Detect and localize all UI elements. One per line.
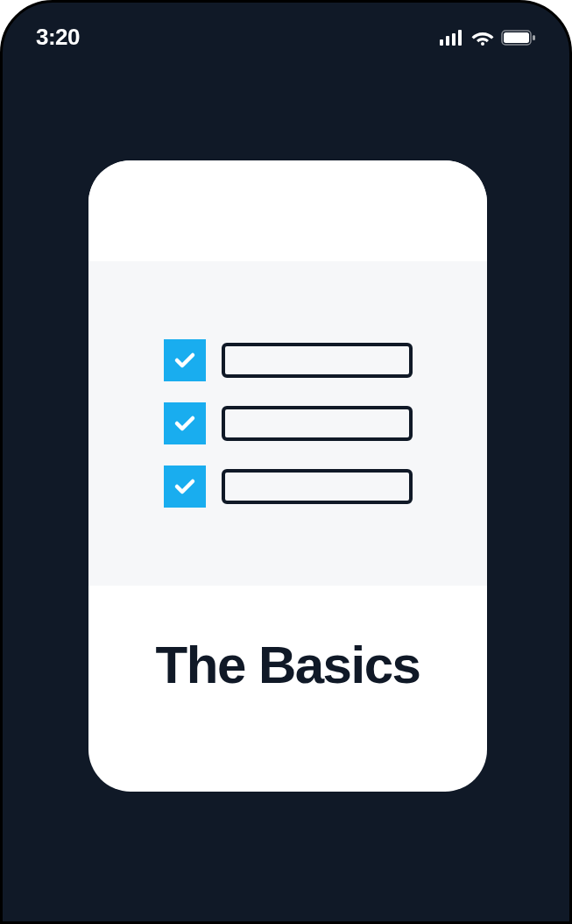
svg-rect-3 — [458, 30, 462, 46]
checklist-illustration — [164, 339, 413, 508]
svg-rect-2 — [452, 33, 455, 46]
signal-icon — [440, 30, 464, 46]
checkbox-checked-icon — [164, 402, 206, 444]
content-card[interactable]: The Basics — [88, 160, 487, 792]
checklist-row — [164, 466, 413, 508]
device-frame: 3:20 — [0, 0, 572, 924]
checklist-line — [222, 343, 413, 378]
status-indicators — [440, 30, 536, 46]
svg-point-4 — [481, 42, 484, 46]
checklist-line — [222, 406, 413, 441]
card-top-spacer — [88, 160, 487, 261]
wifi-icon — [471, 30, 494, 46]
card-title-section: The Basics — [88, 586, 487, 792]
checkbox-checked-icon — [164, 339, 206, 381]
checklist-row — [164, 402, 413, 444]
svg-rect-0 — [440, 39, 443, 46]
checklist-line — [222, 469, 413, 504]
svg-rect-6 — [504, 32, 529, 43]
status-time: 3:20 — [36, 24, 80, 51]
card-illustration — [88, 261, 487, 586]
checklist-row — [164, 339, 413, 381]
svg-rect-7 — [533, 35, 535, 40]
svg-rect-1 — [446, 36, 449, 46]
card-title: The Basics — [156, 635, 420, 695]
status-bar: 3:20 — [3, 3, 569, 51]
checkbox-checked-icon — [164, 466, 206, 508]
battery-icon — [501, 30, 536, 46]
